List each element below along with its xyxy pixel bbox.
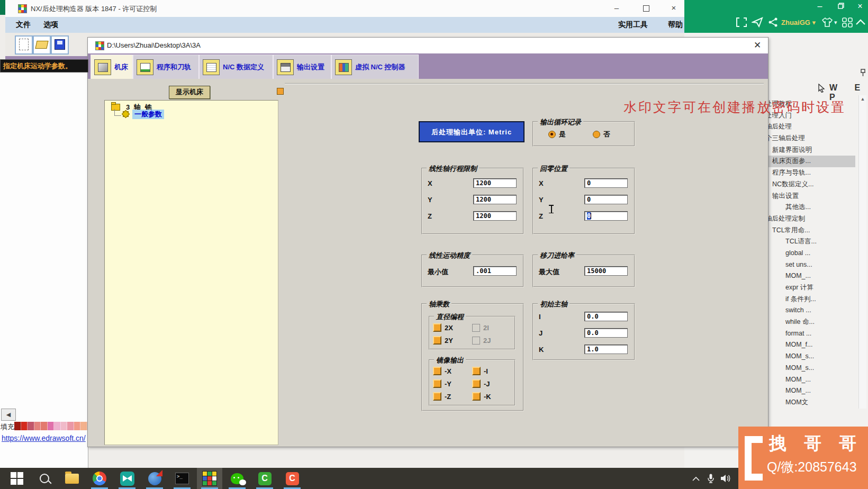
- tutorial-list-item[interactable]: expr 计算: [765, 282, 855, 294]
- diameter-checkbox-2Y[interactable]: 2Y: [433, 336, 472, 345]
- taskbar-camtasia-recorder-icon[interactable]: C: [279, 468, 305, 489]
- taskbar-mindmaster-icon[interactable]: [114, 468, 140, 489]
- mirror-checkbox--Y[interactable]: -Y: [433, 379, 472, 388]
- taskbar-start-icon[interactable]: [4, 468, 30, 489]
- tutorial-list-item[interactable]: format ...: [765, 328, 855, 340]
- color-swatch[interactable]: [34, 422, 41, 430]
- tutorial-list-item[interactable]: set uns...: [765, 259, 855, 271]
- taskbar-nx-post-builder-icon[interactable]: [197, 468, 222, 489]
- recorder-username[interactable]: ZhuaiGG ▾: [781, 19, 816, 26]
- tutorial-list-item[interactable]: if 条件判...: [765, 294, 855, 305]
- taskbar-camtasia-icon[interactable]: C: [252, 468, 277, 489]
- tab-1[interactable]: 程序和刀轨: [133, 55, 199, 79]
- checkbox-icon[interactable]: [472, 379, 481, 388]
- home-x-field[interactable]: 0: [584, 178, 628, 188]
- fullscreen-icon[interactable]: [736, 17, 747, 28]
- menu-help[interactable]: 帮助: [668, 20, 683, 30]
- shirt-dropdown-icon[interactable]: ▾: [834, 19, 837, 26]
- panel-scrollbar[interactable]: ▲: [858, 95, 866, 409]
- tab-4[interactable]: 虚拟 N/C 控制器: [331, 55, 419, 79]
- checkbox-icon[interactable]: [472, 324, 480, 332]
- cycle-yes-radio[interactable]: [548, 131, 556, 138]
- taskbar-file-explorer-icon[interactable]: [59, 468, 85, 489]
- send-icon[interactable]: [752, 17, 763, 28]
- tutorial-list-item[interactable]: 机床页面参...: [765, 156, 855, 167]
- menu-file[interactable]: 文件: [16, 20, 31, 30]
- checkbox-icon[interactable]: [433, 379, 441, 388]
- travel-x-field[interactable]: 1200: [473, 178, 517, 188]
- mirror-checkbox--X[interactable]: -X: [433, 367, 472, 375]
- tutorial-list-item[interactable]: MOM_...: [765, 374, 855, 386]
- tab-3[interactable]: 输出设置: [273, 55, 331, 79]
- menu-options[interactable]: 选项: [43, 20, 58, 30]
- tutorial-list-item[interactable]: TCL语言...: [765, 236, 855, 248]
- color-swatch[interactable]: [67, 422, 74, 430]
- color-swatch[interactable]: [80, 422, 87, 430]
- tutorial-list-item[interactable]: global ...: [765, 248, 855, 259]
- tutorial-list-item[interactable]: MOM_s...: [765, 351, 855, 363]
- taskbar-chrome-icon[interactable]: [87, 468, 112, 489]
- color-swatch[interactable]: [61, 422, 68, 430]
- spindle-i-field[interactable]: 0.0: [584, 312, 628, 321]
- taskbar-terminal-icon[interactable]: >_: [169, 468, 195, 489]
- taskbar-wechat-icon[interactable]: [224, 468, 250, 489]
- tab-0[interactable]: 机床: [91, 55, 133, 79]
- tutorial-list-item[interactable]: MOM_s...: [765, 363, 855, 374]
- spindle-k-field[interactable]: 1.0: [584, 345, 628, 354]
- checkbox-icon[interactable]: [472, 367, 481, 375]
- checkbox-icon[interactable]: [433, 336, 441, 345]
- tutorial-list-item[interactable]: MOM文: [765, 397, 855, 409]
- recorder-minimize-icon[interactable]: –: [813, 1, 827, 13]
- checkbox-icon[interactable]: [472, 392, 481, 401]
- recorder-close-icon[interactable]: ×: [853, 1, 867, 13]
- checkbox-icon[interactable]: [433, 323, 441, 332]
- color-swatch[interactable]: [21, 422, 28, 430]
- shirt-icon[interactable]: [821, 17, 833, 28]
- apps-grid-icon[interactable]: [842, 17, 853, 28]
- tutorial-list-item[interactable]: 新建界面说明: [765, 144, 855, 156]
- save-icon[interactable]: [51, 35, 69, 55]
- mirror-checkbox--I[interactable]: -I: [472, 367, 511, 375]
- mirror-checkbox--J[interactable]: -J: [472, 379, 511, 388]
- spindle-j-field[interactable]: 0.0: [584, 328, 628, 338]
- close-icon[interactable]: ×: [666, 3, 682, 14]
- dialog-close-icon[interactable]: ✕: [752, 40, 763, 51]
- tutorial-list-item[interactable]: NC数据定义...: [765, 179, 855, 191]
- microphone-icon[interactable]: [704, 468, 718, 489]
- open-file-icon[interactable]: [33, 35, 51, 55]
- color-swatch[interactable]: [74, 422, 81, 430]
- color-swatch[interactable]: [41, 422, 48, 430]
- color-swatch[interactable]: [54, 422, 61, 430]
- tutorial-list-item[interactable]: 轴后处理: [765, 121, 855, 133]
- feed-max-field[interactable]: 15000: [584, 266, 628, 276]
- share-icon[interactable]: [767, 17, 779, 28]
- left-arrow-icon[interactable]: ◀: [1, 409, 16, 421]
- speaker-icon[interactable]: [719, 468, 733, 489]
- home-y-field[interactable]: 0: [584, 195, 628, 204]
- maximize-icon[interactable]: [638, 3, 654, 14]
- color-swatch[interactable]: [14, 422, 21, 430]
- tutorial-list-item[interactable]: MOM_...: [765, 385, 855, 397]
- tutorial-list-item[interactable]: 程序与导轨...: [765, 167, 855, 179]
- tray-expand-icon[interactable]: [689, 468, 703, 489]
- color-swatch[interactable]: [48, 422, 55, 430]
- checkbox-icon[interactable]: [433, 392, 441, 401]
- mirror-checkbox--K[interactable]: -K: [472, 392, 511, 401]
- checkbox-icon[interactable]: [472, 337, 480, 345]
- menu-utilities[interactable]: 实用工具: [618, 20, 648, 30]
- tutorial-list-item[interactable]: MOM_f...: [765, 339, 855, 351]
- recorder-restore-icon[interactable]: [834, 1, 848, 13]
- cursor-icon[interactable]: [817, 84, 826, 93]
- edraw-url-link[interactable]: https://www.edrawsoft.cn/: [2, 434, 86, 442]
- new-file-icon[interactable]: [15, 35, 33, 55]
- diameter-checkbox-2I[interactable]: 2I: [472, 323, 511, 332]
- minimize-icon[interactable]: –: [609, 3, 625, 14]
- tutorial-list-item[interactable]: while 命...: [765, 316, 855, 328]
- cycle-yes-label[interactable]: 是: [559, 130, 566, 139]
- diameter-checkbox-2J[interactable]: 2J: [472, 336, 511, 345]
- tutorial-list-item[interactable]: switch ...: [765, 305, 855, 316]
- tutorial-list-item[interactable]: 个三轴后处理: [765, 133, 855, 144]
- travel-y-field[interactable]: 1200: [473, 195, 517, 204]
- home-z-field[interactable]: 0: [584, 211, 628, 221]
- pin-icon[interactable]: [860, 69, 866, 77]
